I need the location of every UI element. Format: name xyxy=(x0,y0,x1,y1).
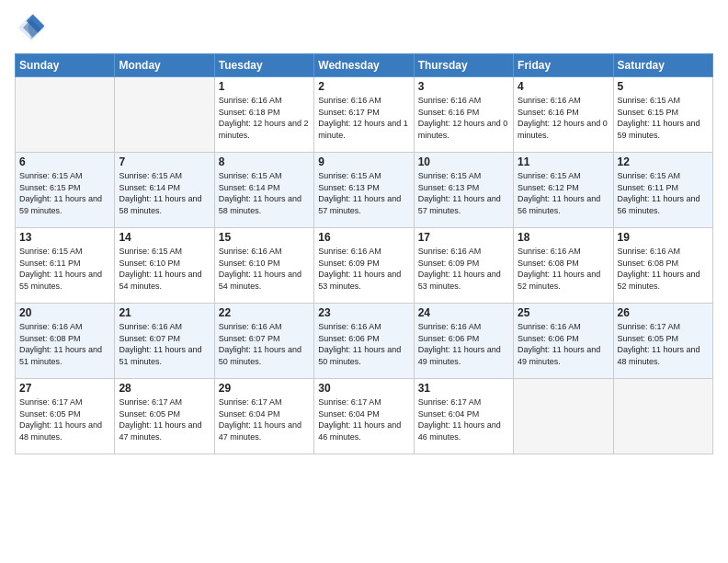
calendar-header-thursday: Thursday xyxy=(414,54,513,77)
day-info: Sunrise: 6:16 AMSunset: 6:09 PMDaylight:… xyxy=(318,246,409,292)
day-info: Sunrise: 6:16 AMSunset: 6:06 PMDaylight:… xyxy=(418,321,509,367)
day-info: Sunrise: 6:17 AMSunset: 6:05 PMDaylight:… xyxy=(618,321,709,367)
day-number: 21 xyxy=(119,306,210,319)
day-info: Sunrise: 6:16 AMSunset: 6:06 PMDaylight:… xyxy=(318,321,409,367)
day-number: 20 xyxy=(19,306,110,319)
day-info: Sunrise: 6:16 AMSunset: 6:08 PMDaylight:… xyxy=(518,246,609,292)
calendar-day-cell: 26Sunrise: 6:17 AMSunset: 6:05 PMDayligh… xyxy=(613,304,712,379)
calendar-day-cell: 12Sunrise: 6:15 AMSunset: 6:11 PMDayligh… xyxy=(613,153,712,228)
day-info: Sunrise: 6:15 AMSunset: 6:14 PMDaylight:… xyxy=(119,170,210,216)
day-info: Sunrise: 6:16 AMSunset: 6:08 PMDaylight:… xyxy=(618,246,709,292)
main-container: SundayMondayTuesdayWednesdayThursdayFrid… xyxy=(0,0,728,462)
day-info: Sunrise: 6:16 AMSunset: 6:07 PMDaylight:… xyxy=(219,321,310,367)
day-info: Sunrise: 6:15 AMSunset: 6:11 PMDaylight:… xyxy=(618,170,709,216)
day-number: 24 xyxy=(418,306,509,319)
logo-icon xyxy=(15,11,48,44)
day-number: 25 xyxy=(518,306,609,319)
day-number: 12 xyxy=(618,155,709,168)
calendar-day-cell: 29Sunrise: 6:17 AMSunset: 6:04 PMDayligh… xyxy=(214,379,313,454)
day-info: Sunrise: 6:16 AMSunset: 6:09 PMDaylight:… xyxy=(418,246,509,292)
calendar-header-saturday: Saturday xyxy=(613,54,712,77)
calendar-day-cell: 22Sunrise: 6:16 AMSunset: 6:07 PMDayligh… xyxy=(214,304,313,379)
calendar-day-cell: 14Sunrise: 6:15 AMSunset: 6:10 PMDayligh… xyxy=(115,228,214,304)
day-info: Sunrise: 6:15 AMSunset: 6:13 PMDaylight:… xyxy=(418,170,509,216)
day-number: 11 xyxy=(518,155,609,168)
calendar-day-cell: 28Sunrise: 6:17 AMSunset: 6:05 PMDayligh… xyxy=(115,379,214,454)
calendar-day-cell: 15Sunrise: 6:16 AMSunset: 6:10 PMDayligh… xyxy=(214,228,313,304)
calendar-day-cell: 30Sunrise: 6:17 AMSunset: 6:04 PMDayligh… xyxy=(314,379,414,454)
day-number: 31 xyxy=(418,382,509,395)
calendar-day-cell: 25Sunrise: 6:16 AMSunset: 6:06 PMDayligh… xyxy=(514,304,613,379)
calendar-day-cell: 8Sunrise: 6:15 AMSunset: 6:14 PMDaylight… xyxy=(214,153,313,228)
day-number: 10 xyxy=(418,155,509,168)
calendar-header-friday: Friday xyxy=(514,54,613,77)
calendar-header-row: SundayMondayTuesdayWednesdayThursdayFrid… xyxy=(16,54,713,77)
day-number: 23 xyxy=(318,306,409,319)
calendar-day-cell: 20Sunrise: 6:16 AMSunset: 6:08 PMDayligh… xyxy=(16,304,115,379)
day-info: Sunrise: 6:17 AMSunset: 6:04 PMDaylight:… xyxy=(318,396,409,442)
day-info: Sunrise: 6:17 AMSunset: 6:05 PMDaylight:… xyxy=(19,396,110,442)
day-number: 8 xyxy=(219,155,310,168)
day-info: Sunrise: 6:15 AMSunset: 6:10 PMDaylight:… xyxy=(119,246,210,292)
day-info: Sunrise: 6:16 AMSunset: 6:08 PMDaylight:… xyxy=(19,321,110,367)
day-number: 30 xyxy=(318,382,409,395)
day-number: 28 xyxy=(119,382,210,395)
day-number: 5 xyxy=(618,80,709,93)
day-info: Sunrise: 6:15 AMSunset: 6:15 PMDaylight:… xyxy=(618,95,709,141)
calendar-week-row: 1Sunrise: 6:16 AMSunset: 6:18 PMDaylight… xyxy=(16,77,713,153)
day-number: 27 xyxy=(19,382,110,395)
day-info: Sunrise: 6:15 AMSunset: 6:14 PMDaylight:… xyxy=(219,170,310,216)
calendar-week-row: 13Sunrise: 6:15 AMSunset: 6:11 PMDayligh… xyxy=(16,228,713,304)
day-info: Sunrise: 6:15 AMSunset: 6:11 PMDaylight:… xyxy=(19,246,110,292)
logo xyxy=(15,11,51,44)
calendar-day-cell: 23Sunrise: 6:16 AMSunset: 6:06 PMDayligh… xyxy=(314,304,414,379)
calendar-day-cell xyxy=(16,77,115,153)
day-info: Sunrise: 6:16 AMSunset: 6:16 PMDaylight:… xyxy=(518,95,609,141)
day-number: 1 xyxy=(219,80,310,93)
day-info: Sunrise: 6:17 AMSunset: 6:05 PMDaylight:… xyxy=(119,396,210,442)
calendar-day-cell: 7Sunrise: 6:15 AMSunset: 6:14 PMDaylight… xyxy=(115,153,214,228)
calendar-day-cell: 13Sunrise: 6:15 AMSunset: 6:11 PMDayligh… xyxy=(16,228,115,304)
calendar-day-cell: 3Sunrise: 6:16 AMSunset: 6:16 PMDaylight… xyxy=(414,77,513,153)
calendar-day-cell: 19Sunrise: 6:16 AMSunset: 6:08 PMDayligh… xyxy=(613,228,712,304)
calendar-day-cell xyxy=(613,379,712,454)
calendar-day-cell: 11Sunrise: 6:15 AMSunset: 6:12 PMDayligh… xyxy=(514,153,613,228)
day-number: 9 xyxy=(318,155,409,168)
day-number: 29 xyxy=(219,382,310,395)
day-number: 19 xyxy=(618,231,709,244)
calendar-day-cell: 2Sunrise: 6:16 AMSunset: 6:17 PMDaylight… xyxy=(314,77,414,153)
day-info: Sunrise: 6:16 AMSunset: 6:10 PMDaylight:… xyxy=(219,246,310,292)
day-number: 18 xyxy=(518,231,609,244)
calendar-week-row: 6Sunrise: 6:15 AMSunset: 6:15 PMDaylight… xyxy=(16,153,713,228)
calendar-week-row: 20Sunrise: 6:16 AMSunset: 6:08 PMDayligh… xyxy=(16,304,713,379)
day-info: Sunrise: 6:15 AMSunset: 6:15 PMDaylight:… xyxy=(19,170,110,216)
day-info: Sunrise: 6:16 AMSunset: 6:07 PMDaylight:… xyxy=(119,321,210,367)
calendar-day-cell xyxy=(115,77,214,153)
day-info: Sunrise: 6:16 AMSunset: 6:18 PMDaylight:… xyxy=(219,95,310,141)
day-info: Sunrise: 6:15 AMSunset: 6:13 PMDaylight:… xyxy=(318,170,409,216)
calendar-header-tuesday: Tuesday xyxy=(214,54,313,77)
calendar-week-row: 27Sunrise: 6:17 AMSunset: 6:05 PMDayligh… xyxy=(16,379,713,454)
calendar-day-cell: 21Sunrise: 6:16 AMSunset: 6:07 PMDayligh… xyxy=(115,304,214,379)
day-info: Sunrise: 6:15 AMSunset: 6:12 PMDaylight:… xyxy=(518,170,609,216)
header xyxy=(15,11,713,44)
calendar-day-cell: 10Sunrise: 6:15 AMSunset: 6:13 PMDayligh… xyxy=(414,153,513,228)
day-number: 2 xyxy=(318,80,409,93)
day-number: 7 xyxy=(119,155,210,168)
day-number: 4 xyxy=(518,80,609,93)
day-info: Sunrise: 6:16 AMSunset: 6:17 PMDaylight:… xyxy=(318,95,409,141)
calendar-day-cell: 24Sunrise: 6:16 AMSunset: 6:06 PMDayligh… xyxy=(414,304,513,379)
calendar-day-cell: 4Sunrise: 6:16 AMSunset: 6:16 PMDaylight… xyxy=(514,77,613,153)
day-number: 3 xyxy=(418,80,509,93)
calendar-day-cell: 5Sunrise: 6:15 AMSunset: 6:15 PMDaylight… xyxy=(613,77,712,153)
calendar-table: SundayMondayTuesdayWednesdayThursdayFrid… xyxy=(15,53,713,454)
day-info: Sunrise: 6:16 AMSunset: 6:06 PMDaylight:… xyxy=(518,321,609,367)
calendar-day-cell: 9Sunrise: 6:15 AMSunset: 6:13 PMDaylight… xyxy=(314,153,414,228)
calendar-header-wednesday: Wednesday xyxy=(314,54,414,77)
calendar-day-cell: 16Sunrise: 6:16 AMSunset: 6:09 PMDayligh… xyxy=(314,228,414,304)
day-number: 14 xyxy=(119,231,210,244)
day-info: Sunrise: 6:17 AMSunset: 6:04 PMDaylight:… xyxy=(418,396,509,442)
day-number: 15 xyxy=(219,231,310,244)
calendar-day-cell: 18Sunrise: 6:16 AMSunset: 6:08 PMDayligh… xyxy=(514,228,613,304)
calendar-day-cell xyxy=(514,379,613,454)
